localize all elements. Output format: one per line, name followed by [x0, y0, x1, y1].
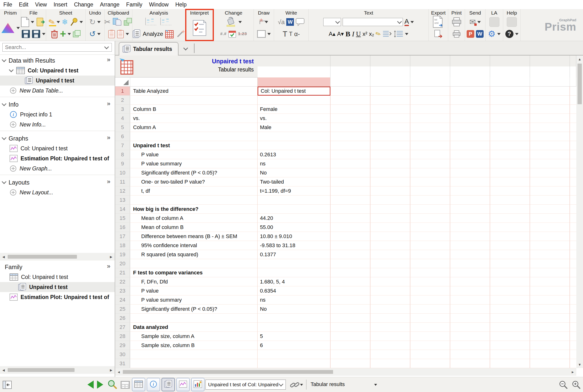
- row-value-cell[interactable]: Female: [258, 105, 330, 114]
- empty-cell[interactable]: [410, 359, 450, 368]
- empty-cell[interactable]: [570, 214, 576, 223]
- trash-icon[interactable]: [51, 30, 58, 38]
- open-file-icon[interactable]: [36, 17, 46, 27]
- row-number[interactable]: 1: [115, 86, 130, 96]
- underline-icon-icon[interactable]: U: [356, 30, 361, 38]
- row-label-cell[interactable]: Difference between means (B - A) ± SEM: [130, 232, 258, 241]
- row-value-cell[interactable]: [258, 259, 330, 268]
- row-label-cell[interactable]: F, DFn, Dfd: [130, 277, 258, 286]
- empty-cell[interactable]: [450, 141, 490, 150]
- row-label-cell[interactable]: Significantly different (P < 0.05)?: [130, 168, 258, 177]
- empty-cell[interactable]: [490, 250, 530, 259]
- empty-cell[interactable]: [570, 150, 576, 159]
- empty-cell[interactable]: [490, 277, 530, 286]
- sqrt-icon[interactable]: √a: [278, 18, 285, 26]
- empty-cell[interactable]: [570, 359, 576, 368]
- dropdown-caret-icon[interactable]: [300, 384, 303, 386]
- empty-cell[interactable]: [530, 177, 570, 186]
- a-sub-icon[interactable]: A▾: [337, 30, 344, 37]
- empty-cell[interactable]: [530, 168, 570, 177]
- empty-cell[interactable]: [410, 96, 450, 105]
- row-value-cell[interactable]: [258, 196, 330, 204]
- goto-graph-button[interactable]: [176, 378, 190, 391]
- empty-cell[interactable]: [410, 259, 450, 268]
- empty-cell[interactable]: [450, 214, 490, 223]
- caret-icon[interactable]: [79, 21, 83, 23]
- empty-cell[interactable]: [570, 341, 576, 350]
- empty-cell[interactable]: [450, 150, 490, 159]
- row-label-cell[interactable]: [130, 259, 258, 268]
- empty-cell[interactable]: [410, 332, 450, 341]
- empty-cell[interactable]: [330, 132, 370, 141]
- empty-cell[interactable]: [570, 186, 576, 196]
- x-sup-icon[interactable]: x²: [362, 30, 367, 37]
- save-icon[interactable]: [32, 30, 40, 38]
- row-label-cell[interactable]: Column B: [130, 105, 258, 114]
- empty-cell[interactable]: [490, 132, 530, 141]
- row-value-cell[interactable]: [258, 323, 330, 332]
- empty-cell[interactable]: [330, 123, 370, 132]
- prism-logo-icon[interactable]: [1, 22, 15, 34]
- undo-icon[interactable]: ↺: [89, 30, 96, 38]
- nav-back-icon[interactable]: [87, 380, 94, 389]
- row-number[interactable]: 8: [115, 150, 130, 159]
- clipboard-icon[interactable]: [108, 30, 115, 38]
- row-value-cell[interactable]: [258, 204, 330, 214]
- highlighter-icon[interactable]: ✎: [48, 18, 55, 26]
- row-label-cell[interactable]: [130, 196, 258, 204]
- corner-cell[interactable]: [450, 78, 490, 86]
- row-value-cell[interactable]: [258, 96, 330, 105]
- empty-cell[interactable]: [450, 186, 490, 196]
- graybox-icon[interactable]: [507, 17, 517, 27]
- graybox-icon[interactable]: [489, 17, 499, 27]
- empty-cell[interactable]: [450, 96, 490, 105]
- zoom-out-icon[interactable]: [559, 380, 568, 390]
- empty-cell[interactable]: [410, 168, 450, 177]
- empty-cell[interactable]: [410, 132, 450, 141]
- caret-icon[interactable]: [411, 21, 414, 23]
- row-value-cell[interactable]: [258, 314, 330, 323]
- analyze-icon[interactable]: Analyze: [143, 30, 163, 37]
- scroll-right-icon[interactable]: ▸: [107, 366, 115, 374]
- empty-cell[interactable]: [570, 86, 576, 96]
- grid-vertical-scrollbar[interactable]: ▴ ▾: [576, 56, 583, 368]
- empty-cell[interactable]: [330, 250, 370, 259]
- row-value-cell[interactable]: 44.20: [258, 214, 330, 223]
- empty-cell[interactable]: [410, 186, 450, 196]
- empty-cell[interactable]: [410, 150, 450, 159]
- empty-cell[interactable]: [570, 123, 576, 132]
- empty-cell[interactable]: [530, 332, 570, 341]
- a-super-icon[interactable]: A▴: [329, 30, 335, 37]
- empty-cell[interactable]: [570, 286, 576, 296]
- caret-icon[interactable]: [267, 33, 271, 35]
- corner-cell[interactable]: [410, 78, 450, 86]
- empty-cell[interactable]: [530, 150, 570, 159]
- scroll-right-icon[interactable]: ▸: [107, 253, 115, 260]
- empty-cell[interactable]: [490, 204, 530, 214]
- row-number[interactable]: 11: [115, 177, 130, 186]
- empty-cell[interactable]: [490, 114, 530, 123]
- row-label-cell[interactable]: Sample size, column A: [130, 332, 258, 341]
- empty-cell[interactable]: [370, 141, 410, 150]
- interpret-doc-icon[interactable]: [193, 20, 206, 36]
- empty-cell[interactable]: [570, 314, 576, 323]
- empty-cell[interactable]: [410, 286, 450, 296]
- font-size-select-icon[interactable]: [323, 18, 341, 26]
- empty-cell[interactable]: [490, 168, 530, 177]
- empty-cell[interactable]: [490, 241, 530, 250]
- empty-cell[interactable]: [370, 268, 410, 277]
- empty-cell[interactable]: [530, 196, 570, 204]
- corner-cell[interactable]: [490, 78, 530, 86]
- grid-horizontal-scrollbar[interactable]: ◂ ▸: [115, 368, 576, 376]
- empty-cell[interactable]: [450, 105, 490, 114]
- corner-cell[interactable]: [330, 78, 370, 86]
- paste-icon[interactable]: [123, 18, 133, 26]
- family-horizontal-scrollbar[interactable]: ◂ ▸: [0, 366, 115, 374]
- empty-cell[interactable]: [570, 196, 576, 204]
- empty-cell[interactable]: [530, 159, 570, 168]
- sidebar-horizontal-scrollbar[interactable]: ◂ ▸: [0, 253, 115, 260]
- row-number[interactable]: 30: [115, 350, 130, 359]
- menu-insert[interactable]: Insert: [53, 2, 67, 8]
- empty-cell[interactable]: [570, 232, 576, 241]
- empty-cell[interactable]: [370, 323, 410, 332]
